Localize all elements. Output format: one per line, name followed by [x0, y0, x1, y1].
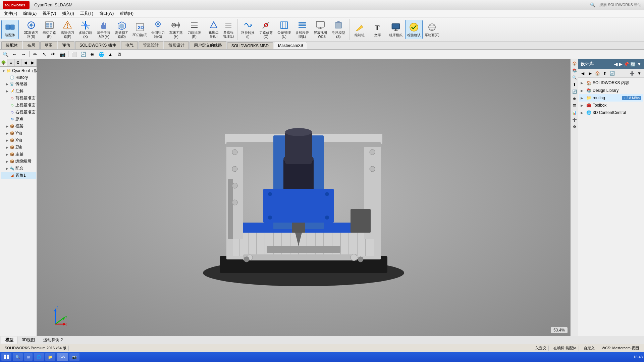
tab-sw-mbd[interactable]: SOLIDWORKS.MBD [227, 42, 273, 49]
tab-cylinder[interactable]: 筒形设计 [164, 41, 189, 49]
toolbar-btn-screenview[interactable]: 屏幕视图 = WCS [312, 20, 329, 39]
tab-userrouting[interactable]: 用户定义的线路 [190, 41, 226, 49]
toolbar-btn-tolerance[interactable]: 公差管理(U) [275, 20, 293, 39]
tree-front-plane[interactable]: ◇ 前视基准面 [1, 95, 36, 102]
btm-tab-3dview[interactable]: 3D视图 [18, 337, 39, 344]
left-tab-tree[interactable]: 🌳 [0, 59, 7, 66]
ris-chart[interactable]: 📊 [572, 110, 578, 116]
tab-assembly[interactable]: 装配体 [1, 41, 22, 49]
rotate-btn[interactable]: 🔄 [79, 51, 87, 58]
rt-design-lib[interactable]: ▶ 📚 Design Library [579, 87, 643, 94]
menu-help[interactable]: 帮助(H) [117, 10, 136, 17]
rph-pin[interactable]: 📌 [624, 62, 629, 67]
globe-btn[interactable]: 🌐 [97, 51, 105, 58]
menu-window[interactable]: 窗口(W) [97, 10, 116, 17]
menu-insert[interactable]: 插入(I) [59, 10, 76, 17]
left-tab-arrow-left[interactable]: ◀ [22, 59, 29, 66]
taskbar-search[interactable]: 🔍 [13, 353, 23, 361]
tab-electrical[interactable]: 电气 [121, 41, 138, 49]
rt-toolbox[interactable]: ▶ 🧰 Toolbox [579, 102, 643, 109]
toolbar-btn-pathtrim[interactable]: 刀路修剪(O) [257, 20, 275, 39]
toolbar-btn-group-r[interactable]: 组切刀路(R) [41, 20, 58, 39]
ris-lib[interactable]: 📚 [572, 67, 578, 73]
ris-search[interactable]: 🔍 [572, 74, 578, 80]
viewport[interactable]: Z Y X 53.4% [37, 59, 570, 336]
taskbar-taskview[interactable]: ⊞ [24, 353, 33, 361]
ris-settings[interactable]: ⚙ [572, 124, 578, 130]
tree-sensors[interactable]: ▶ 📡 传感器 [1, 80, 36, 87]
taskbar-sw-app[interactable]: SW [57, 353, 68, 361]
tab-mastercam[interactable]: MastercamX9 [274, 42, 307, 49]
rt-routing[interactable]: ▶ 📁 routing ↓ 2.8 MB/s [579, 94, 643, 102]
ris-add[interactable]: ➕ [572, 117, 578, 123]
toolbar-btn-simulate[interactable]: 机床模拟 [387, 20, 405, 39]
ris-home[interactable]: 🏠 [572, 60, 578, 66]
back-btn[interactable]: ← [10, 51, 18, 58]
toolbar-btn-multithread[interactable]: 多线程管理(L) [221, 20, 235, 39]
taskbar-app2[interactable]: 📷 [69, 353, 79, 361]
taskbar-ie[interactable]: 🌐 [34, 353, 44, 361]
toolbar-btn-text[interactable]: T 文字 [369, 20, 386, 39]
menu-tools[interactable]: 工具(T) [77, 10, 96, 17]
left-tab-config[interactable]: ⚙ [15, 59, 22, 66]
tree-fillet1[interactable]: ◢ 圆角1 [1, 172, 36, 179]
toolbar-btn-2d[interactable]: 2D 2D刀路(2) [131, 20, 149, 39]
tree-root[interactable]: ▼ 📁 CyanReal（默认<默 [1, 67, 36, 74]
forward-btn[interactable]: → [19, 51, 28, 58]
rt-sw-content[interactable]: ▶ 🏠 SOLIDWORKS 内容 [579, 79, 643, 87]
tab-layout[interactable]: 布局 [23, 41, 40, 49]
tree-origin[interactable]: ⊕ 原点 [1, 116, 36, 123]
tree-notes[interactable]: ▶ 📝 注解 [1, 87, 36, 95]
toolbar-btn-syssurface[interactable]: 系统面(C) [423, 20, 441, 39]
toolbar-btn-blankmodel[interactable]: 毛坯模型(S) [330, 20, 347, 39]
mountain-btn[interactable]: ▲ [106, 51, 114, 58]
rpt-nav-right[interactable]: ▶ [587, 70, 593, 77]
toolbar-btn-pathconv[interactable]: 路径转换(I) [239, 20, 257, 39]
toolbar-btn-3dhigh-s[interactable]: 3D高速刀路(S) [22, 20, 40, 39]
ris-refresh[interactable]: 🔄 [572, 88, 578, 95]
toolbar-btn-multiaxis[interactable]: 多轴刀路(X) [77, 20, 94, 39]
screen-btn[interactable]: 🖥 [115, 51, 123, 58]
toolbar-btn-outline[interactable]: 轮廓边界(B) [207, 20, 221, 39]
ris-list[interactable]: ☰ [572, 103, 578, 109]
toolbar-btn-assemble[interactable]: 装配体 [1, 20, 19, 39]
tree-spindle[interactable]: ▶ 📦 主轴 [1, 151, 36, 158]
rph-refresh[interactable]: 🔄 [630, 62, 636, 67]
rt-3d-central[interactable]: ▶ 🌐 3D ContentCentral [579, 109, 643, 116]
taskbar-folder[interactable]: 📁 [45, 353, 55, 361]
taskbar-start[interactable] [1, 353, 11, 361]
edit-btn[interactable]: ✏ [31, 51, 39, 58]
rph-back[interactable]: ◀ [614, 62, 618, 67]
menu-edit[interactable]: 编辑(E) [20, 10, 39, 17]
box-btn[interactable]: ⬜ [70, 51, 78, 58]
toolbar-btn-arrange[interactable]: 刀路排版(R) [185, 20, 203, 39]
toolbar-btn-fulldrill[interactable]: 全固钻刀路(G) [149, 20, 167, 39]
tree-z-axis[interactable]: ▶ 📦 Z轴 [1, 144, 36, 151]
camera-btn[interactable]: 📷 [58, 51, 66, 58]
tree-mate[interactable]: ▶ 🔩 配合 [1, 165, 36, 172]
rpt-home[interactable]: 🏠 [594, 70, 601, 77]
toolbar-btn-highcut-f[interactable]: 高速切刀路(F) [59, 20, 76, 39]
menu-view[interactable]: 视图(V) [40, 10, 59, 17]
orbit-btn[interactable]: ⊕ [88, 51, 96, 58]
toolbar-btn-highcut-d[interactable]: 高速切刀路(D) [113, 20, 130, 39]
toolbar-btn-lathe[interactable]: 车床刀路(H) [167, 20, 185, 39]
toolbar-btn-multithread2[interactable]: 多线程管理(L) [293, 20, 311, 39]
btm-tab-motion[interactable]: 运动算例 2 [39, 337, 67, 344]
tree-x-axis[interactable]: ▶ 📦 X轴 [1, 137, 36, 144]
rpt-filter[interactable]: ▼ [636, 70, 643, 77]
toolbar-btn-draw[interactable]: 绘制钮 [351, 20, 368, 39]
tab-sketch[interactable]: 草图 [40, 41, 57, 49]
btm-tab-model[interactable]: 模型 [1, 337, 18, 344]
tree-history[interactable]: 🕐 History [1, 74, 36, 80]
rph-forward[interactable]: ▶ [619, 62, 622, 67]
search-view-btn[interactable]: 🔍 [1, 51, 9, 58]
cursor-btn[interactable]: ↖ [40, 51, 48, 58]
toolbar-btn-handbased[interactable]: 基于手特力路(H) [95, 20, 112, 39]
rph-filter[interactable]: ▼ [637, 62, 641, 67]
rpt-add[interactable]: ➕ [629, 70, 635, 77]
tab-sw-plugin[interactable]: SOLIDWORKS 插件 [75, 41, 120, 49]
left-tab-arrow-right[interactable]: ▶ [29, 59, 37, 66]
tree-y-axis[interactable]: ▶ 📦 Y轴 [1, 130, 36, 137]
tree-top-plane[interactable]: ◇ 上视基准面 [1, 102, 36, 109]
